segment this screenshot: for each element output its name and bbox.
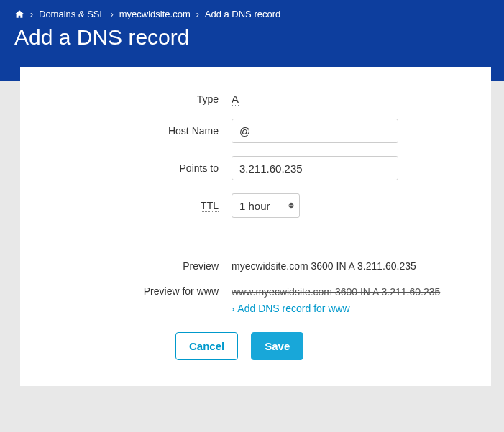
button-row: Cancel Save	[175, 332, 465, 360]
add-dns-record-link[interactable]: › Add DNS record for www	[232, 303, 350, 314]
chevron-right-icon: ›	[196, 9, 199, 19]
page-title: Add a DNS record	[14, 25, 490, 50]
preview-www-label: Preview for www	[46, 285, 232, 297]
preview-www-row: Preview for www www.myecwidsite.com 3600…	[46, 285, 465, 315]
preview-label: Preview	[46, 260, 232, 272]
form-panel: Type A Host Name Points to TTL 1 hour	[20, 67, 491, 386]
pointsto-input[interactable]	[232, 156, 398, 180]
breadcrumb: › Domains & SSL › myecwidsite.com › Add …	[14, 9, 490, 19]
hostname-row: Host Name	[46, 119, 465, 143]
pointsto-row: Points to	[46, 156, 465, 180]
preview-www-value: www.myecwidsite.com 3600 IN A 3.211.60.2…	[232, 286, 440, 298]
breadcrumb-item: Add a DNS record	[205, 9, 281, 19]
pointsto-label: Points to	[46, 162, 232, 174]
cancel-button[interactable]: Cancel	[175, 332, 238, 360]
chevron-right-icon: ›	[30, 9, 33, 19]
preview-value: myecwidsite.com 3600 IN A 3.211.60.235	[232, 260, 416, 272]
preview-row: Preview myecwidsite.com 3600 IN A 3.211.…	[46, 259, 465, 272]
add-dns-record-label: Add DNS record for www	[237, 303, 349, 314]
breadcrumb-item[interactable]: Domains & SSL	[39, 9, 105, 19]
type-value: A	[232, 93, 239, 106]
hostname-input[interactable]	[232, 119, 398, 143]
ttl-select[interactable]: 1 hour	[232, 193, 300, 218]
home-icon[interactable]	[14, 9, 24, 19]
breadcrumb-item[interactable]: myecwidsite.com	[119, 9, 191, 19]
ttl-label: TTL	[46, 200, 232, 211]
ttl-row: TTL 1 hour	[46, 193, 465, 218]
type-label: Type	[46, 93, 232, 105]
type-row: Type A	[46, 93, 465, 106]
chevron-right-icon: ›	[232, 303, 234, 314]
type-value-wrap: A	[232, 93, 465, 106]
chevron-right-icon: ›	[111, 9, 114, 19]
save-button[interactable]: Save	[251, 332, 303, 360]
hostname-label: Host Name	[46, 125, 232, 137]
